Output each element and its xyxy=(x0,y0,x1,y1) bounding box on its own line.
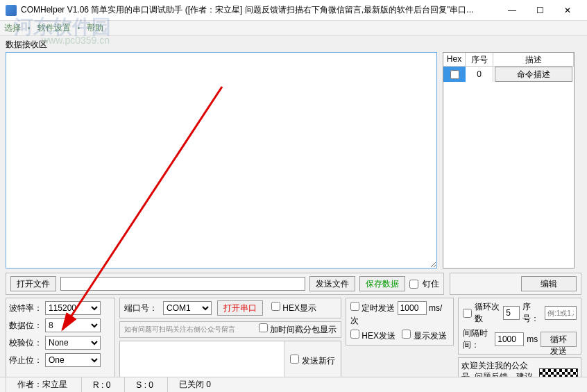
hex-show-checkbox[interactable] xyxy=(271,302,280,311)
table-row: 0 命令描述 xyxy=(443,67,574,82)
open-file-button[interactable]: 打开文件 xyxy=(10,276,56,291)
menu-help[interactable]: 帮助 xyxy=(87,22,103,34)
parity-select[interactable]: None xyxy=(45,336,101,350)
interval-input[interactable] xyxy=(495,332,524,346)
maximize-button[interactable]: ☐ xyxy=(526,1,554,20)
baud-select[interactable]: 115200 xyxy=(45,301,101,315)
send-file-button[interactable]: 发送文件 xyxy=(309,276,355,291)
stopbits-select[interactable]: One xyxy=(45,353,101,367)
hint-text: 如有问题可扫码关注右侧公众号留言 xyxy=(124,325,235,334)
save-data-button[interactable]: 保存数据 xyxy=(359,276,405,291)
row-seq: 0 xyxy=(466,67,493,82)
rx-area-label: 数据接收区 xyxy=(6,39,581,51)
open-port-button[interactable]: 打开串口 xyxy=(217,300,263,316)
stopbits-label: 停止位： xyxy=(9,355,42,366)
status-author: 作者：宋立星 xyxy=(6,377,78,392)
file-path-input[interactable] xyxy=(60,277,305,291)
cmd-desc-button[interactable]: 命令描述 xyxy=(495,67,572,82)
col-seq: 序号 xyxy=(466,53,493,66)
menu-settings[interactable]: 软件设置 xyxy=(37,22,71,34)
col-desc: 描述 xyxy=(493,53,574,66)
row-hex-checkbox[interactable] xyxy=(450,70,459,79)
edit-button[interactable]: 编辑 xyxy=(521,276,577,291)
show-send-checkbox[interactable] xyxy=(402,330,411,339)
port-label: 端口号： xyxy=(124,302,158,314)
databits-select[interactable]: 8 xyxy=(45,318,101,332)
close-button[interactable]: ✕ xyxy=(554,1,581,20)
pin-label: 钉住 xyxy=(423,278,439,290)
send-newline-checkbox[interactable] xyxy=(290,355,299,364)
timed-ms-input[interactable] xyxy=(398,301,427,315)
loop-count-checkbox[interactable] xyxy=(463,309,472,318)
menu-select[interactable]: 选择 xyxy=(4,22,21,34)
status-rx: R : 0 xyxy=(81,377,121,392)
loop-count-input[interactable] xyxy=(503,306,520,320)
app-icon xyxy=(6,5,17,16)
minimize-button[interactable]: — xyxy=(498,1,526,20)
baud-label: 波特率： xyxy=(9,302,42,314)
command-table: Hex 序号 描述 0 命令描述 xyxy=(443,52,575,269)
timestamp-checkbox[interactable] xyxy=(259,323,268,332)
hex-send-checkbox[interactable] xyxy=(350,330,359,339)
col-hex: Hex xyxy=(443,53,466,66)
databits-label: 数据位： xyxy=(9,320,42,332)
timed-send-checkbox[interactable] xyxy=(350,302,359,311)
loop-send-button[interactable]: 循环发送 xyxy=(541,332,577,347)
status-closed: 已关闭 0 xyxy=(167,377,222,392)
window-title: COMHelper V1.06 简单实用的串口调试助手 ([作者：宋立星] 问题… xyxy=(21,4,498,16)
pin-checkbox[interactable] xyxy=(409,280,418,289)
seq-input[interactable] xyxy=(545,306,577,320)
parity-label: 校验位： xyxy=(9,337,42,349)
rx-textarea[interactable] xyxy=(6,52,437,269)
status-tx: S : 0 xyxy=(124,377,164,392)
port-select[interactable]: COM1 xyxy=(163,301,212,315)
